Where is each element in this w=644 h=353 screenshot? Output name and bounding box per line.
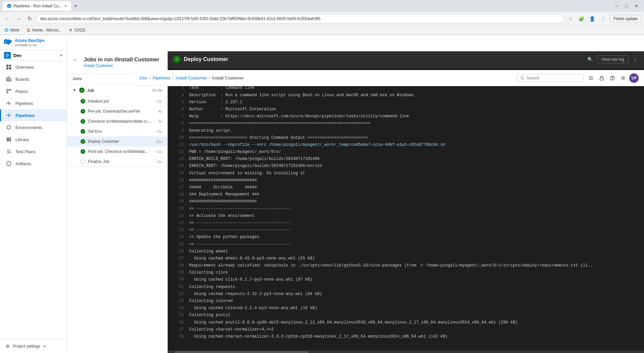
help-icon[interactable] bbox=[608, 73, 617, 83]
finish-update-button[interactable]: Finish update bbox=[610, 15, 641, 23]
step-name-1: Pre-job: DownloadSecureFile bbox=[88, 109, 155, 114]
job-step-5[interactable]: ✓ Post-job: Checkout scribbledata... <1s bbox=[67, 146, 167, 157]
project-settings-item[interactable]: Project settings bbox=[4, 342, 63, 351]
log-line: 18### Deployment Management ### bbox=[168, 191, 644, 198]
sidebar-project[interactable]: D Dev + bbox=[0, 50, 67, 61]
menu-icon[interactable]: ⋮ bbox=[598, 14, 608, 23]
step-status-icon-4: ✓ bbox=[80, 139, 85, 144]
user-avatar[interactable]: VP bbox=[629, 73, 639, 83]
line-number: 32 bbox=[173, 291, 184, 297]
bookmark-work[interactable]: 🌐 Work bbox=[3, 27, 21, 33]
step-name-4: Deploy Customer bbox=[88, 139, 153, 144]
sidebar-item-pipelines-2[interactable]: Pipelines bbox=[0, 109, 67, 121]
bookmark-home-label: Home - Micros... bbox=[32, 28, 62, 33]
sidebar-item-pipelines-1-label: Pipelines bbox=[15, 101, 33, 106]
breadcrumb-pipelines[interactable]: Pipelines bbox=[153, 75, 170, 80]
back-button[interactable]: ← bbox=[3, 14, 12, 23]
svg-point-13 bbox=[521, 76, 523, 79]
browser-chrome: A Pipelines - Run Install Cu... ✕ + ─ □ … bbox=[0, 0, 644, 35]
sidebar-item-environments[interactable]: Environments bbox=[0, 121, 67, 133]
breadcrumb-dev[interactable]: Dev bbox=[140, 75, 147, 80]
forward-button[interactable]: → bbox=[14, 14, 23, 23]
minimize-button[interactable]: ─ bbox=[612, 3, 621, 9]
svg-point-17 bbox=[623, 77, 624, 79]
log-line: 25=> -----------------------------------… bbox=[168, 241, 644, 248]
lock-icon[interactable] bbox=[597, 73, 606, 83]
reload-button[interactable]: ↻ bbox=[25, 14, 34, 23]
line-number: 22 bbox=[173, 220, 184, 226]
log-scrollbar-thumb[interactable] bbox=[174, 351, 309, 353]
step-status-icon-1: ✓ bbox=[80, 109, 85, 114]
close-button[interactable]: ✕ bbox=[632, 3, 641, 9]
bookmark-icon[interactable]: ☆ bbox=[566, 14, 576, 23]
breadcrumb-install-customer-1[interactable]: Install Customer bbox=[175, 75, 207, 80]
line-number: 25 bbox=[173, 241, 184, 248]
project-settings-label: Project settings bbox=[13, 344, 40, 349]
step-name-2: Checkout scribbledata/scribble-ci-... bbox=[88, 119, 155, 124]
view-raw-log-button[interactable]: View raw log bbox=[597, 55, 629, 63]
project-add-button[interactable]: + bbox=[60, 52, 63, 58]
profile-icon[interactable]: 👤 bbox=[588, 14, 597, 23]
job-step-6[interactable]: Finalize Job <1s bbox=[67, 157, 167, 167]
org-label: scribble-ci-cd bbox=[15, 43, 45, 47]
line-number: 13 bbox=[173, 156, 184, 162]
svg-point-12 bbox=[7, 346, 8, 347]
address-bar[interactable] bbox=[36, 14, 564, 23]
bookmark-home[interactable]: 🏠 Home - Micros... bbox=[25, 27, 63, 33]
job-step-3[interactable]: ✓ Set Env <1s bbox=[67, 126, 167, 136]
sidebar-item-testplans[interactable]: Test Plans bbox=[0, 145, 67, 158]
maximize-button[interactable]: □ bbox=[623, 3, 631, 9]
extension-icon[interactable]: 🧩 bbox=[577, 14, 586, 23]
sidebar-item-overview[interactable]: Overview bbox=[0, 61, 67, 73]
tab-close-button[interactable]: ✕ bbox=[64, 4, 67, 8]
topbar-search[interactable] bbox=[517, 74, 584, 82]
line-number: 15 bbox=[173, 170, 184, 177]
line-text: Using cached wheel-0.43.0-py3-none-any.w… bbox=[189, 255, 315, 262]
line-text: Generating script. bbox=[189, 128, 233, 134]
log-more-icon[interactable]: ⋮ bbox=[631, 55, 639, 63]
sidebar-item-pipelines-1[interactable]: Pipelines bbox=[0, 97, 67, 109]
project-icon: D bbox=[4, 52, 11, 59]
job-step-4[interactable]: ✓ Deploy Customer 51s bbox=[67, 136, 167, 146]
line-number: 24 bbox=[173, 234, 184, 240]
bookmarks-bar: 🌐 Work 🏠 Home - Micros... ⚙ CI/CD bbox=[0, 25, 644, 35]
line-text: ======================== Starting Comman… bbox=[189, 135, 368, 141]
log-line: 22=> -----------------------------------… bbox=[168, 220, 644, 227]
job-step-1[interactable]: ✓ Pre-job: DownloadSecureFile 4s bbox=[67, 106, 167, 116]
log-line: 13ENRICH_BUILD_ROOT: /home/pingali/build… bbox=[168, 156, 644, 163]
line-number: 29 bbox=[173, 270, 184, 276]
step-status-icon-6 bbox=[80, 159, 85, 164]
job-group-chevron: ▼ bbox=[72, 88, 76, 93]
log-line: 11/usr/bin/bash --noprofile --norc /home… bbox=[168, 141, 644, 149]
svg-text:A: A bbox=[8, 5, 10, 8]
log-line: 12PWD = /home/pingali/myagent/_work/8/s/ bbox=[168, 149, 644, 156]
log-line: 19############################ bbox=[168, 198, 644, 205]
svg-rect-6 bbox=[6, 78, 8, 81]
search-input[interactable] bbox=[527, 76, 580, 80]
list-icon[interactable] bbox=[586, 73, 596, 83]
job-step-2[interactable]: ✓ Checkout scribbledata/scribble-ci-... … bbox=[67, 116, 167, 126]
nav-bar: ← → ↻ ☆ 🧩 👤 ⋮ Finish update bbox=[0, 12, 644, 25]
line-text: Collecting requests bbox=[189, 284, 235, 290]
line-text: Using cached psutil-6.0.0-cp36-ab13-many… bbox=[189, 319, 518, 326]
sidebar-item-artifacts[interactable]: Artifacts bbox=[0, 158, 67, 170]
job-step-0[interactable]: ✓ Initialize job <1s bbox=[67, 96, 167, 106]
active-tab[interactable]: A Pipelines - Run Install Cu... ✕ bbox=[3, 1, 71, 11]
bookmark-cicd[interactable]: ⚙ CI/CD bbox=[67, 27, 87, 33]
log-content[interactable]: 1Starting: Deploy Customer2=============… bbox=[168, 68, 644, 351]
sidebar-item-library[interactable]: Library bbox=[0, 133, 67, 145]
settings-topbar-icon[interactable] bbox=[619, 73, 628, 83]
log-line: 15Virtual environment is missing. So ins… bbox=[168, 170, 644, 177]
svg-point-16 bbox=[612, 79, 613, 79]
project-name: Dev bbox=[13, 53, 60, 58]
log-horizontal-scrollbar[interactable] bbox=[168, 351, 644, 353]
settings-collapse-icon bbox=[43, 345, 46, 348]
sidebar-item-boards[interactable]: Boards bbox=[0, 73, 67, 85]
bookmark-work-label: Work bbox=[10, 28, 19, 33]
jobs-panel-subtitle[interactable]: Install Customer bbox=[84, 63, 159, 68]
jobs-back-button[interactable]: ← bbox=[72, 57, 78, 64]
sidebar-item-repos[interactable]: Repos bbox=[0, 85, 67, 97]
bookmark-home-icon: 🏠 bbox=[26, 28, 31, 33]
new-tab-button[interactable]: + bbox=[72, 3, 79, 9]
log-search-icon[interactable]: 🔍 bbox=[586, 55, 594, 63]
